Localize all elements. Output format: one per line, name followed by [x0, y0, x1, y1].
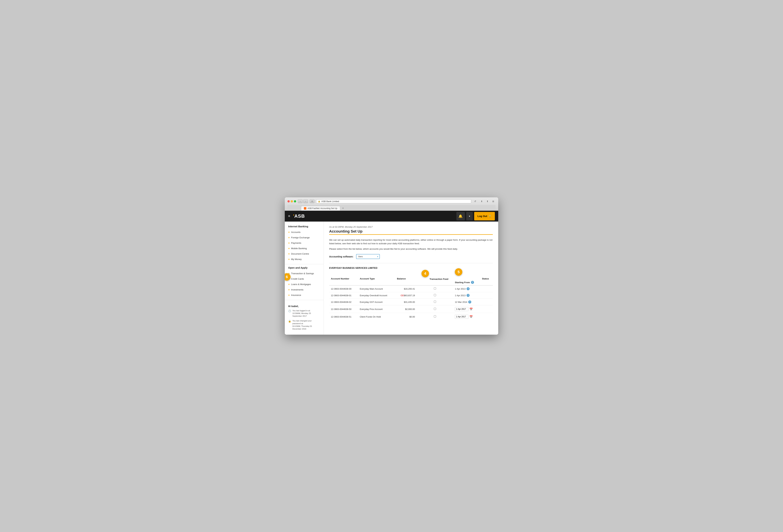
calendar-icon[interactable]: 📅 [469, 315, 473, 319]
new-window-button[interactable]: ⊞ [491, 199, 496, 203]
starting-from-cell: 1 Apr 2013 ? [453, 286, 480, 292]
last-login-info: 🕐 You last logged in at: 10:58AM, Monday… [285, 307, 323, 319]
sidebar-item-foreign-exchange[interactable]: + Foreign Exchange [285, 235, 323, 240]
sidebar-item-investments[interactable]: + Investments [285, 287, 323, 293]
col-account-number: Account Number [329, 272, 358, 286]
annotation-circle-4: 4 [421, 270, 429, 277]
annotation-circle-5: 5 [455, 268, 462, 276]
software-selector-row: Accounting software: Xero MYOB QuickBook… [329, 254, 493, 259]
sidebar-item-mobile-banking[interactable]: + Mobile Banking [285, 246, 323, 251]
transaction-feed-cell [416, 313, 453, 321]
sidebar-item-credit-cards[interactable]: + Credit Cards [285, 276, 323, 282]
table-row: 12-3663-0044638-00 Everyday Main Account… [329, 286, 493, 292]
account-number-cell: 12-3663-0044638-01 [329, 292, 358, 299]
balance-cell: $31,435.00 [395, 299, 416, 305]
user-dropdown-button[interactable]: ▾ [466, 212, 473, 221]
starting-from-date: 1 Apr 2013 [455, 288, 466, 290]
page-title: Accounting Set Up [329, 229, 493, 234]
calendar-icon[interactable]: 📅 [469, 307, 473, 311]
od-label: OD [401, 294, 404, 297]
last-login-label: You last logged in at: [292, 309, 310, 311]
sidebar-toggle-button[interactable]: ⊡ [310, 199, 314, 203]
table-row: 12-3663-0044638-50 Everyday Prov Account… [329, 305, 493, 313]
lock-icon: 🔒 [288, 320, 291, 323]
address-bar[interactable]: 🔒 ASB Bank Limited [316, 199, 471, 203]
internet-banking-section-title: Internet Banking [285, 225, 323, 230]
asb-logo-tick: ' [293, 213, 294, 219]
traffic-lights [287, 200, 296, 202]
transaction-feed-checkbox[interactable] [434, 288, 436, 290]
browser-tab-bar: f ASB FastNet: Accounting Set Up + [287, 205, 496, 210]
help-icon[interactable]: ? [468, 300, 471, 303]
transaction-feed-cell [416, 305, 453, 313]
forward-button[interactable]: › [303, 199, 308, 203]
transaction-feed-checkbox[interactable] [434, 308, 436, 310]
sidebar-item-label: Credit Cards [291, 277, 304, 280]
logout-button[interactable]: Log Out 🔒 [474, 212, 495, 221]
sidebar-item-transaction-savings[interactable]: + Transaction & Savings [285, 271, 323, 276]
transaction-feed-cell [416, 299, 453, 305]
transaction-feed-checkbox[interactable] [434, 315, 436, 318]
main-layout: Internet Banking + Accounts + Foreign Ex… [285, 222, 498, 335]
plus-icon: + [288, 247, 290, 250]
asb-logo: ' ASB [293, 213, 305, 219]
starting-from-date-input[interactable] [455, 315, 468, 319]
starting-from-cell: 1 Apr 2013 ? [453, 292, 480, 299]
transaction-feed-checkbox[interactable] [434, 294, 436, 296]
account-type-cell: Everyday Overdraft Account [358, 292, 395, 299]
starting-from-date-input[interactable] [455, 307, 468, 311]
clock-icon: 🕐 [288, 309, 291, 313]
account-type-cell: Everyday GST Account [358, 299, 395, 305]
sidebar-item-document-centre[interactable]: + Document Centre [285, 251, 323, 257]
as-at-timestamp: As at 02:29PM, Monday 25 September 2017 [329, 226, 493, 228]
help-icon[interactable]: ? [467, 294, 470, 297]
software-selector-label: Accounting software: [329, 255, 353, 258]
maximize-window-button[interactable] [294, 200, 296, 202]
user-dropdown-arrow: ▾ [469, 215, 470, 218]
address-bar-text: ASB Bank Limited [321, 200, 339, 203]
starting-from-cell: 12 Mar 2014 ? [453, 299, 480, 305]
plus-icon: + [288, 241, 290, 244]
sidebar-item-label: Mobile Banking [291, 247, 307, 250]
transaction-feed-checkbox[interactable] [434, 301, 436, 303]
status-cell [480, 299, 493, 305]
share-button[interactable]: ⬆ [485, 199, 490, 203]
starting-from-annotation-wrapper: 5 [455, 273, 462, 281]
starting-from-cell: 📅 [453, 313, 480, 321]
browser-tab-title: ASB FastNet: Accounting Set Up [308, 207, 337, 209]
reload-button[interactable]: ↺ [473, 199, 477, 203]
hamburger-menu-button[interactable]: ≡ [288, 214, 290, 218]
browser-tab-active[interactable]: f ASB FastNet: Accounting Set Up [301, 206, 340, 210]
sidebar-item-payments[interactable]: + Payments [285, 240, 323, 246]
status-cell [480, 292, 493, 299]
top-nav: ≡ ' ASB 🔔 ▾ Log Out 🔒 [285, 211, 498, 222]
col-transaction-feed-label: Transaction Feed [430, 278, 448, 280]
notifications-bell-button[interactable]: 🔔 [457, 212, 465, 221]
help-icon[interactable]: ? [467, 287, 470, 290]
browser-window: ‹ › ⊡ 🔒 ASB Bank Limited ↺ ⬇ ⬆ ⊞ f ASB F… [285, 197, 498, 335]
col-account-type: Account Type [358, 272, 395, 286]
new-tab-button[interactable]: + [341, 206, 345, 210]
sidebar-item-insurance[interactable]: + Insurance [285, 293, 323, 298]
sidebar-item-label: Document Centre [291, 253, 309, 255]
minimize-window-button[interactable] [291, 200, 293, 202]
back-button[interactable]: ‹ [298, 199, 303, 203]
starting-from-date: 12 Mar 2014 [455, 301, 467, 303]
txn-feed-annotation-wrapper: 4 [421, 275, 429, 282]
col-starting-from: 5 Starting From ? [453, 272, 480, 286]
browser-titlebar: ‹ › ⊡ 🔒 ASB Bank Limited ↺ ⬇ ⬆ ⊞ f ASB F… [285, 197, 498, 211]
software-select[interactable]: Xero MYOB QuickBooks Other [356, 254, 380, 259]
close-window-button[interactable] [287, 200, 290, 202]
status-cell [480, 305, 493, 313]
download-button[interactable]: ⬇ [479, 199, 484, 203]
sidebar-divider [285, 264, 323, 264]
sidebar-item-label: Transaction & Savings [291, 272, 314, 275]
balance-cell: $0.00 [395, 313, 416, 321]
sidebar-item-loans-mortgages[interactable]: + Loans & Mortgages [285, 282, 323, 287]
starting-from-help-icon[interactable]: ? [471, 281, 474, 284]
table-row: 12-3663-0044638-01 Everyday Overdraft Ac… [329, 292, 493, 299]
sidebar-item-accounts[interactable]: + Accounts [285, 230, 323, 235]
sidebar-item-my-money[interactable]: + My Money [285, 257, 323, 262]
balance-cell: $2,000.00 [395, 305, 416, 313]
col-starting-from-label: Starting From [455, 281, 470, 284]
